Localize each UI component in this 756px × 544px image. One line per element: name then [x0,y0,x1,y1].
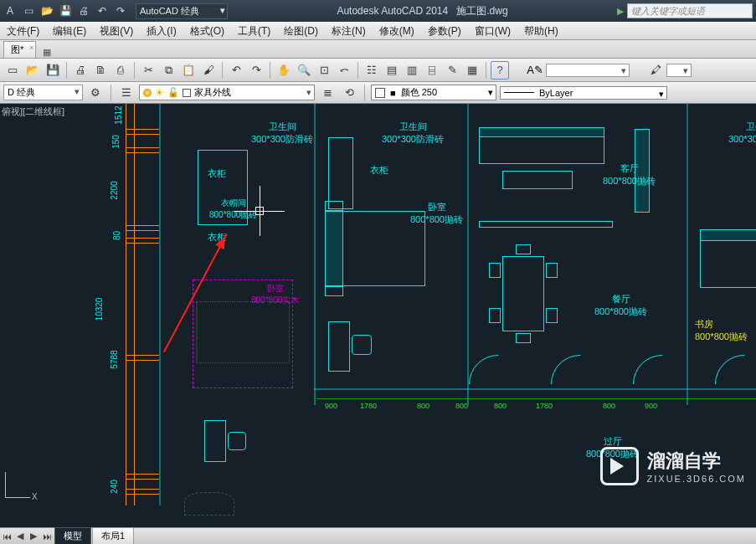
menu-help[interactable]: 帮助(H) [517,22,565,39]
room-label: 卫生间300*300防滑砖 [728,121,756,146]
coffee-table [502,171,573,189]
redo-icon[interactable]: ↷ [114,4,127,18]
document-tab[interactable]: 图*× [3,41,36,58]
tab-model[interactable]: 模型 [54,527,91,544]
close-icon[interactable]: × [29,44,33,52]
redo-icon[interactable]: ↷ [247,61,265,80]
menu-dimension[interactable]: 标注(N) [325,22,373,39]
match-prop-icon[interactable]: 🖌 [199,61,218,80]
dim-tick [126,474,159,480]
color-label: 颜色 250 [401,86,437,99]
zoom-prev-icon[interactable]: ⤺ [335,61,353,80]
paintbrush-icon[interactable]: A✎ [526,61,544,80]
menu-parametric[interactable]: 参数(P) [421,22,468,39]
layer-selector[interactable]: ☀ 🔓 家具外线 [139,85,315,100]
workspace-selector[interactable]: AutoCAD 经典 [136,3,228,19]
tab-layout1[interactable]: 布局1 [92,527,134,544]
cut-icon[interactable]: ✂ [139,61,157,80]
workspace-settings-icon[interactable]: ⚙ [86,84,105,102]
new-icon[interactable]: ▭ [22,4,35,18]
window-title: Autodesk AutoCAD 2014 施工图.dwg [228,4,617,18]
sofa-back [479,127,604,137]
dropdown[interactable] [666,64,692,77]
new-icon[interactable]: ▭ [3,61,22,80]
undo-icon[interactable]: ↶ [95,4,109,18]
dim-tick [126,355,159,362]
plant [184,492,234,516]
sheetset-icon[interactable]: ⌸ [423,61,441,80]
color-selector[interactable]: ■ 颜色 250 [371,85,496,100]
paste-icon[interactable]: 📋 [179,61,198,80]
menu-format[interactable]: 格式(O) [183,22,231,39]
save-icon[interactable]: 💾 [44,61,62,80]
undo-icon[interactable]: ↶ [227,61,245,80]
textstyle-selector[interactable] [546,64,630,77]
dim-line [316,398,756,399]
dim-tick [126,238,159,244]
wall [314,388,756,390]
ucs-icon: X [5,472,39,506]
tab-next-icon[interactable]: ▶ [27,531,40,541]
print-icon[interactable]: 🖨 [71,61,90,80]
publish-icon[interactable]: ⎙ [111,61,130,80]
print-icon[interactable]: 🖨 [77,4,90,18]
door-arc [633,355,692,413]
layer-manager-icon[interactable]: ☰ [117,84,136,102]
menu-edit[interactable]: 编辑(E) [46,22,93,39]
tab-prev-icon[interactable]: ◀ [13,531,27,541]
dim-value: 1512 [114,105,123,124]
document-tabs: 图*× ▦ [0,40,756,59]
quickcalc-icon[interactable]: ▦ [463,61,481,80]
zoom-realtime-icon[interactable]: 🔍 [295,61,313,80]
drawing-canvas[interactable]: 俯视][二维线框] 1512 150 2200 80 10320 5788 24… [0,104,756,527]
new-tab-icon[interactable]: ▦ [38,47,56,58]
desk [204,420,226,462]
tab-last-icon[interactable]: ⏭ [40,531,54,541]
closet-label: 衣柜 [370,164,388,177]
copy-icon[interactable]: ⧉ [159,61,177,80]
dim-tick [126,147,159,154]
pan-icon[interactable]: ✋ [275,61,293,80]
menu-file[interactable]: 文件(F) [0,22,46,39]
layout-tab-bar: ⏮ ◀ ▶ ⏭ 模型 布局1 [0,527,756,544]
tab-first-icon[interactable]: ⏮ [0,531,13,541]
menu-tools[interactable]: 工具(T) [231,22,277,39]
menu-draw[interactable]: 绘图(D) [277,22,325,39]
layer-color-swatch [183,89,191,97]
dim-value: 5788 [110,350,119,368]
menu-insert[interactable]: 插入(I) [140,22,183,39]
open-icon[interactable]: 📂 [40,4,54,18]
nightstand [325,286,343,296]
save-icon[interactable]: 💾 [59,4,72,18]
search-input[interactable]: 键入关键字或短语 [627,3,753,18]
print-preview-icon[interactable]: 🗎 [91,61,110,80]
room-label: 卧室800*800抛砖 [410,201,463,226]
dim-value: 2200 [110,181,119,199]
designcenter-icon[interactable]: ▤ [383,61,401,80]
view-label: 俯视][二维线框] [2,105,64,118]
dim-value: 1780 [536,402,553,410]
linetype-preview [504,92,534,93]
chair [546,308,558,323]
dim-value: 1780 [360,402,377,410]
properties-icon[interactable]: ☷ [363,61,381,80]
help-icon[interactable]: ? [491,61,509,80]
desk [328,321,350,372]
layer-states-icon[interactable]: ≣ [318,84,337,102]
closet [328,137,353,209]
chair [516,333,531,343]
menu-window[interactable]: 窗口(W) [468,22,517,39]
menu-view[interactable]: 视图(V) [93,22,140,39]
layer-on-icon [143,89,152,97]
linetype-selector[interactable]: ByLayer [500,86,667,100]
tool-palettes-icon[interactable]: ▥ [403,61,421,80]
app-logo-icon[interactable]: A [3,4,17,18]
menu-modify[interactable]: 修改(M) [373,22,421,39]
open-icon[interactable]: 📂 [23,61,42,80]
nightstand [325,201,343,211]
highlighter-icon[interactable]: 🖍 [646,61,665,80]
workspace2-selector[interactable]: D 经典 [3,85,83,100]
layer-prev-icon[interactable]: ⟲ [340,84,358,102]
zoom-window-icon[interactable]: ⊡ [315,61,333,80]
markup-icon[interactable]: ✎ [443,61,461,80]
